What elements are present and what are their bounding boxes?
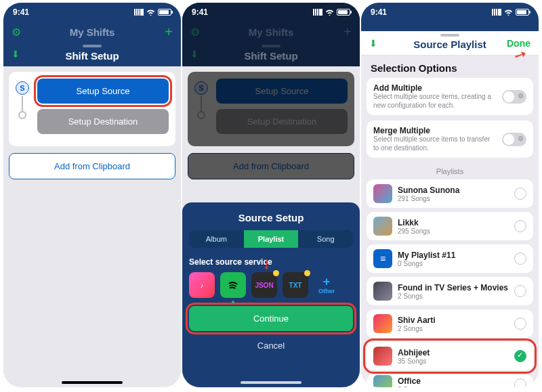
flow-card: S Setup Source Setup Destination xyxy=(9,72,175,146)
flow-arrow-icon xyxy=(18,111,26,119)
playlist-name: Likkk xyxy=(398,218,509,227)
playlist-row[interactable]: ≡ My Playlist #110 Songs xyxy=(367,244,533,273)
sheet-header: ⬇ Shift Setup xyxy=(3,42,181,66)
section-title: Selection Options xyxy=(367,56,533,78)
service-other[interactable]: + Other xyxy=(314,272,339,298)
flow-line xyxy=(22,96,23,112)
tab-album[interactable]: Album xyxy=(189,230,244,248)
playlist-sub: 2 Songs xyxy=(398,325,509,332)
playlist-sub: 35 Songs xyxy=(398,357,509,365)
select-radio[interactable] xyxy=(514,285,526,297)
select-radio[interactable] xyxy=(514,220,526,232)
toggle-merge-multiple[interactable]: ⚙ xyxy=(502,133,526,146)
status-time: 9:41 xyxy=(371,7,387,17)
option-desc: Select multiple source items to transfer… xyxy=(373,135,497,152)
export-icon[interactable]: ⬇ xyxy=(369,38,377,49)
sheet-header: ⬇ Source Playlist Done ➚ xyxy=(361,31,539,56)
nav-bar-dimmed: ⚙ My Shifts + xyxy=(182,22,360,42)
playlist-row[interactable]: Office5 Songs xyxy=(367,374,533,387)
service-label: Select source service xyxy=(189,257,353,267)
select-radio[interactable] xyxy=(514,378,526,387)
export-icon[interactable]: ⬇ xyxy=(12,49,20,60)
battery-icon xyxy=(516,9,529,16)
sheet-title: Source Setup xyxy=(189,212,353,223)
add-from-clipboard-button: Add from Clipboard xyxy=(188,153,354,179)
source-dot-icon: S xyxy=(194,81,208,95)
toggle-add-multiple[interactable]: ⚙ xyxy=(502,90,526,104)
service-spotify[interactable] xyxy=(220,272,246,298)
setup-source-button[interactable]: Setup Source xyxy=(37,79,169,104)
playlist-name: Abhijeet xyxy=(398,348,509,357)
settings-icon[interactable]: ⚙ xyxy=(12,26,21,39)
add-from-clipboard-button[interactable]: Add from Clipboard xyxy=(9,153,175,179)
screen-body: S Setup Source Setup Destination Add fro… xyxy=(3,66,181,387)
setup-destination-button: Setup Destination xyxy=(216,109,348,134)
settings-icon: ⚙ xyxy=(190,26,200,39)
playlist-row[interactable]: Shiv Aarti2 Songs xyxy=(367,309,533,338)
playlist-row[interactable]: Sunona Sunona291 Songs xyxy=(367,179,533,208)
flow-line xyxy=(201,96,202,112)
wifi-icon xyxy=(325,9,334,16)
playlist-row[interactable]: Likkk295 Songs xyxy=(367,212,533,240)
playlist-row-selected[interactable]: Abhijeet35 Songs xyxy=(367,342,533,370)
service-apple-music[interactable]: ♪ xyxy=(189,272,215,298)
playlist-art-icon xyxy=(373,347,392,366)
tab-playlist[interactable]: Playlist xyxy=(244,230,299,248)
selected-dot-icon xyxy=(232,301,234,303)
sheet-grabber[interactable] xyxy=(440,34,459,37)
gear-icon: ⚙ xyxy=(518,135,524,142)
option-add-multiple: Add Multiple Select multiple source item… xyxy=(367,78,533,115)
sheet-grabber[interactable] xyxy=(83,45,102,47)
select-radio[interactable] xyxy=(514,318,526,330)
playlist-name: Sunona Sunona xyxy=(398,186,509,195)
playlist-sub: 291 Songs xyxy=(398,195,509,202)
sheet-title: Shift Setup xyxy=(65,50,119,62)
screen-shift-setup: 9:41 ⚙ My Shifts + ⬇ Shift Setup S Setup… xyxy=(3,3,181,387)
callout-arrow-icon: ↓ xyxy=(262,253,271,274)
source-setup-sheet: Source Setup Album Playlist Song ↓ Selec… xyxy=(182,202,360,387)
source-dot-icon: S xyxy=(16,81,29,95)
select-radio[interactable] xyxy=(514,188,526,200)
screen-source-playlist: 9:41 ⬇ Source Playlist Done ➚ Selection … xyxy=(361,3,539,387)
playlist-art-icon xyxy=(373,375,392,387)
service-txt[interactable]: TXT xyxy=(283,272,308,298)
battery-icon xyxy=(337,9,350,16)
screen-body: Selection Options Add Multiple Select mu… xyxy=(361,56,539,387)
setup-destination-button[interactable]: Setup Destination xyxy=(37,109,169,134)
badge-dot-icon xyxy=(304,270,310,276)
service-json[interactable]: JSON xyxy=(251,272,277,298)
playlist-sub: 295 Songs xyxy=(398,227,509,235)
option-title: Merge Multiple xyxy=(373,126,497,135)
signal-icon xyxy=(492,9,501,16)
continue-button[interactable]: Continue xyxy=(189,306,353,331)
export-icon: ⬇ xyxy=(190,49,199,60)
add-icon: + xyxy=(343,24,352,40)
playlist-art-icon xyxy=(373,282,392,301)
playlist-default-icon: ≡ xyxy=(373,249,392,268)
signal-icon xyxy=(134,9,144,16)
screen-source-setup: 9:41 ⚙ My Shifts + ⬇ Shift Setup S Setup… xyxy=(182,3,360,387)
flow-arrow-icon xyxy=(197,111,205,119)
playlist-row[interactable]: Found in TV Series + Movies2 Songs xyxy=(367,277,533,305)
gear-icon: ⚙ xyxy=(518,92,524,100)
playlist-sub: 2 Songs xyxy=(398,292,509,300)
wifi-icon xyxy=(504,9,513,16)
select-radio[interactable] xyxy=(514,350,526,362)
add-icon[interactable]: + xyxy=(165,24,173,40)
status-bar: 9:41 xyxy=(361,3,539,22)
home-indicator[interactable] xyxy=(62,381,123,384)
playlist-art-icon xyxy=(373,217,392,236)
select-radio[interactable] xyxy=(514,253,526,265)
tab-song[interactable]: Song xyxy=(298,230,353,248)
home-indicator[interactable] xyxy=(241,381,301,384)
sheet-grabber xyxy=(262,45,280,47)
status-bar: 9:41 xyxy=(3,3,181,22)
service-row: ♪ JSON TXT + Other xyxy=(189,272,353,298)
cancel-button[interactable]: Cancel xyxy=(189,335,353,356)
option-title: Add Multiple xyxy=(373,83,497,93)
status-bar: 9:41 xyxy=(182,3,360,22)
playlist-art-icon xyxy=(373,184,392,203)
service-other-label: Other xyxy=(318,288,335,295)
sheet-title: Source Playlist xyxy=(413,39,486,50)
nav-title: My Shifts xyxy=(249,26,294,38)
